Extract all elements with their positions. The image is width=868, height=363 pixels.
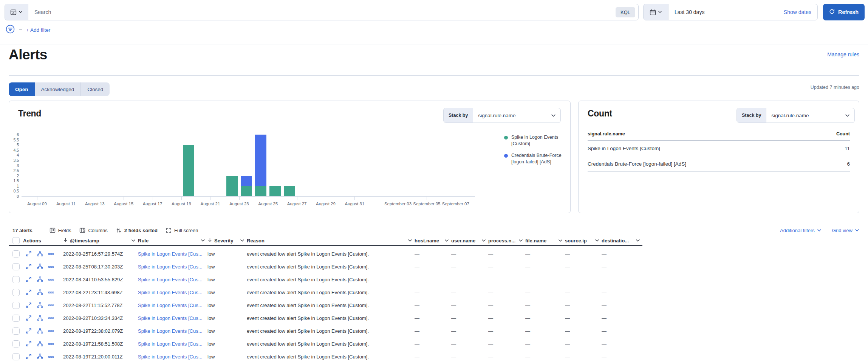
more-actions-icon[interactable] [48,341,54,347]
expand-alert-icon[interactable] [26,276,32,282]
column-header-file[interactable]: file.name [525,238,565,244]
bar-segment[interactable] [183,145,194,196]
more-actions-icon[interactable] [48,290,54,295]
row-checkbox[interactable] [12,340,20,347]
bar-segment[interactable] [226,176,238,196]
row-checkbox[interactable] [12,327,20,335]
grid-view-button[interactable]: Grid view [832,228,859,233]
date-quick-menu-button[interactable] [644,4,668,20]
tab-closed[interactable]: Closed [81,82,110,96]
tab-open[interactable]: Open [9,82,35,96]
cell-rule[interactable]: Spike in Logon Events [Cus... [138,341,207,347]
row-checkbox[interactable] [12,315,20,322]
analyze-event-icon[interactable] [37,328,43,334]
x-axis-tick [95,197,95,200]
bar-segment[interactable] [284,186,295,196]
column-header-timestamp[interactable]: @timestamp [63,237,138,244]
expand-alert-icon[interactable] [26,251,32,257]
column-header-rule[interactable]: Rule [138,238,207,244]
column-menu-chevron-icon[interactable] [558,238,563,243]
refresh-button[interactable]: Refresh [823,4,865,20]
bar-segment[interactable] [241,186,252,196]
expand-alert-icon[interactable] [26,264,32,270]
bar-segment[interactable] [255,186,266,196]
more-actions-icon[interactable] [48,302,54,308]
column-menu-chevron-icon[interactable] [408,238,412,243]
search-input[interactable]: Search [28,4,616,20]
cell-rule[interactable]: Spike in Logon Events [Cus... [138,290,207,295]
bar-segment[interactable] [241,176,252,186]
column-menu-chevron-icon[interactable] [595,238,599,243]
column-menu-chevron-icon[interactable] [131,238,136,243]
cell-rule[interactable]: Spike in Logon Events [Cus... [138,354,207,360]
column-menu-chevron-icon[interactable] [636,238,640,243]
more-actions-icon[interactable] [48,315,54,321]
analyze-event-icon[interactable] [37,341,43,347]
column-menu-chevron-icon[interactable] [240,238,244,243]
column-header-destination[interactable]: destinatio... [602,238,642,244]
analyze-event-icon[interactable] [37,302,43,308]
full-screen-button[interactable]: Full screen [166,228,198,233]
expand-alert-icon[interactable] [26,315,32,321]
fields-button[interactable]: Fields [50,227,71,233]
filters-menu-icon[interactable] [5,24,15,36]
more-actions-icon[interactable] [48,328,54,334]
column-header-source[interactable]: source.ip [565,238,602,244]
legend-item[interactable]: Credentials Brute-Force [logon-failed] [… [504,152,568,165]
analyze-event-icon[interactable] [37,354,43,360]
count-stack-by-select[interactable]: Stack by signal.rule.name [736,108,855,123]
additional-filters-button[interactable]: Additional filters [780,228,822,233]
row-checkbox[interactable] [12,250,20,258]
cell-rule[interactable]: Spike in Logon Events [Cus... [138,251,207,257]
bar-segment[interactable] [269,186,281,196]
cell-rule[interactable]: Spike in Logon Events [Cus... [138,264,207,270]
manage-rules-link[interactable]: Manage rules [827,51,859,57]
cell-rule[interactable]: Spike in Logon Events [Cus... [138,328,207,334]
saved-query-menu-button[interactable] [5,4,28,20]
columns-button[interactable]: Columns [79,227,107,233]
analyze-event-icon[interactable] [37,289,43,295]
expand-alert-icon[interactable] [26,341,32,347]
tab-acknowledged[interactable]: Acknowledged [35,82,81,96]
row-checkbox[interactable] [12,353,20,360]
expand-alert-icon[interactable] [26,328,32,334]
sort-fields-button[interactable]: 2 fields sorted [116,228,158,233]
row-checkbox[interactable] [12,302,20,309]
column-menu-chevron-icon[interactable] [518,238,523,243]
column-header-host[interactable]: host.name [415,238,451,244]
cell-rule[interactable]: Spike in Logon Events [Cus... [138,302,207,308]
cell-rule[interactable]: Spike in Logon Events [Cus... [138,315,207,321]
date-range-value[interactable]: Last 30 days [668,4,784,20]
column-header-reason[interactable]: Reason [247,238,415,244]
more-actions-icon[interactable] [48,277,54,282]
analyze-event-icon[interactable] [37,264,43,270]
expand-alert-icon[interactable] [26,354,32,360]
show-dates-link[interactable]: Show dates [784,4,817,20]
select-all-checkbox[interactable] [12,237,20,244]
column-header-process[interactable]: process.n... [488,238,525,244]
analyze-event-icon[interactable] [37,251,43,257]
column-menu-chevron-icon[interactable] [201,238,205,243]
rule-name[interactable]: Credentials Brute-Force [logon-failed] [… [588,161,686,167]
more-actions-icon[interactable] [48,354,54,360]
kql-badge[interactable]: KQL [616,7,635,17]
row-checkbox[interactable] [12,263,20,270]
add-filter-link[interactable]: + Add filter [26,27,50,33]
expand-alert-icon[interactable] [26,289,32,295]
more-actions-icon[interactable] [48,264,54,270]
column-header-severity[interactable]: Severity [207,237,247,244]
row-checkbox[interactable] [12,289,20,296]
cell-rule[interactable]: Spike in Logon Events [Cus... [138,277,207,282]
column-menu-chevron-icon[interactable] [481,238,486,243]
expand-alert-icon[interactable] [26,302,32,308]
analyze-event-icon[interactable] [37,276,43,282]
rule-name[interactable]: Spike in Logon Events [Custom] [588,146,660,151]
y-axis-tick-label: 6 [9,132,19,137]
bar-segment[interactable] [255,135,266,186]
legend-item[interactable]: Spike in Logon Events [Custom] [504,134,568,147]
column-menu-chevron-icon[interactable] [444,238,449,243]
row-checkbox[interactable] [12,276,20,283]
more-actions-icon[interactable] [48,251,54,257]
analyze-event-icon[interactable] [37,315,43,321]
column-header-user[interactable]: user.name [451,238,488,244]
